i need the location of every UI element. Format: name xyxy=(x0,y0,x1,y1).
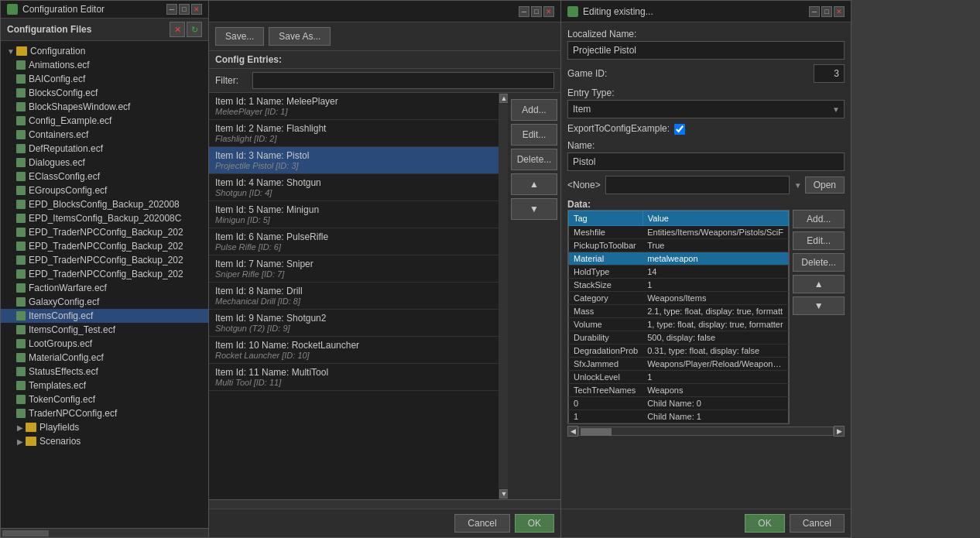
tree-folder-playfields[interactable]: ▶ Playfields xyxy=(1,420,208,434)
move-up-btn[interactable]: ▲ xyxy=(511,173,557,195)
name-label: Name: xyxy=(567,140,845,151)
name-input[interactable] xyxy=(567,152,845,171)
tree-root-configuration[interactable]: ▼ Configuration xyxy=(1,44,208,58)
tree-item-itemsconfig[interactable]: ItemsConfig.ecf xyxy=(1,309,208,323)
tree-item-epd-items[interactable]: EPD_ItemsConfig_Backup_202008C xyxy=(1,211,208,225)
tree-item-materialconfig[interactable]: MaterialConfig.ecf xyxy=(1,351,208,365)
localized-name-input[interactable] xyxy=(567,41,845,60)
entry-item-11[interactable]: Item Id: 11 Name: MultiTool Multi Tool [… xyxy=(209,364,499,391)
edit-maximize-btn[interactable]: □ xyxy=(821,6,832,17)
entry-item-1[interactable]: Item Id: 1 Name: MeleePlayer MeleePlayer… xyxy=(209,93,499,120)
data-row-stacksize[interactable]: StackSize 1 xyxy=(569,279,789,292)
entry-item-10[interactable]: Item Id: 10 Name: RocketLauncher Rocket … xyxy=(209,337,499,364)
h-scrollbar[interactable] xyxy=(578,427,834,436)
data-label: Data: xyxy=(567,199,845,210)
data-row-child1[interactable]: 1 Child Name: 1 xyxy=(569,410,789,423)
file-tree[interactable]: ▼ Configuration Animations.ecf BAIConfig… xyxy=(1,41,208,528)
tree-folder-scenarios[interactable]: ▶ Scenarios xyxy=(1,434,208,448)
tree-item-containers[interactable]: Containers.ecf xyxy=(1,128,208,142)
close-btn[interactable]: ✕ xyxy=(191,4,202,15)
entry-item-6[interactable]: Item Id: 6 Name: PulseRifle Pulse Rifle … xyxy=(209,228,499,255)
export-checkbox[interactable] xyxy=(674,124,685,135)
data-row-techtreenames[interactable]: TechTreeNames Weapons xyxy=(569,384,789,397)
data-move-down-btn[interactable]: ▼ xyxy=(793,296,845,315)
tree-item-egroupsconfig[interactable]: EGroupsConfig.ecf xyxy=(1,183,208,197)
tree-item-baiconfig[interactable]: BAIConfig.ecf xyxy=(1,72,208,86)
data-row-volume[interactable]: Volume 1, type: float, display: true, fo… xyxy=(569,318,789,331)
entry-item-8[interactable]: Item Id: 8 Name: Drill Mechanical Drill … xyxy=(209,283,499,310)
entries-h-scrollbar[interactable] xyxy=(209,499,560,509)
data-row-mass[interactable]: Mass 2.1, type: float, display: true, fo… xyxy=(569,305,789,318)
delete-entry-btn[interactable]: Delete... xyxy=(511,149,557,170)
entry-type-dropdown[interactable]: Item Block Entity xyxy=(567,100,845,118)
data-row-child0[interactable]: 0 Child Name: 0 xyxy=(569,397,789,410)
tree-item-tradernpcconfig[interactable]: TraderNPCConfig.ecf xyxy=(1,406,208,420)
data-edit-btn[interactable]: Edit... xyxy=(793,231,845,250)
tree-item-lootgroups[interactable]: LootGroups.ecf xyxy=(1,337,208,351)
move-down-btn[interactable]: ▼ xyxy=(511,198,557,220)
edit-ok-btn[interactable]: OK xyxy=(745,514,784,533)
maximize-btn[interactable]: □ xyxy=(179,4,190,15)
data-row-unlocklevel[interactable]: UnlockLevel 1 xyxy=(569,371,789,384)
cancel-btn[interactable]: Cancel xyxy=(454,514,509,533)
tree-item-dialogues[interactable]: Dialogues.ecf xyxy=(1,156,208,170)
data-row-durability[interactable]: Durability 500, display: false xyxy=(569,331,789,344)
tree-item-statuseffects[interactable]: StatusEffects.ecf xyxy=(1,365,208,379)
entry-item-9[interactable]: Item Id: 9 Name: Shotgun2 Shotgun (T2) [… xyxy=(209,310,499,337)
none-input[interactable] xyxy=(605,176,790,194)
open-btn[interactable]: Open xyxy=(805,176,845,194)
tree-item-tokenconfig[interactable]: TokenConfig.ecf xyxy=(1,392,208,406)
tree-item-eclassconfig[interactable]: EClassConfig.ecf xyxy=(1,170,208,183)
save-as-button[interactable]: Save As... xyxy=(269,27,331,46)
data-row-material[interactable]: Material metalweapon xyxy=(569,252,789,266)
tree-item-blocksconfig[interactable]: BlocksConfig.ecf xyxy=(1,86,208,100)
tree-item-templates[interactable]: Templates.ecf xyxy=(1,379,208,392)
tree-item-factionwarfare[interactable]: FactionWarfare.ecf xyxy=(1,281,208,295)
data-actions: Add... Edit... Delete... ▲ ▼ xyxy=(793,210,845,424)
tree-item-defreputation[interactable]: DefReputation.ecf xyxy=(1,142,208,156)
edit-minimize-btn[interactable]: ─ xyxy=(809,6,820,17)
data-move-up-btn[interactable]: ▲ xyxy=(793,275,845,293)
entry-item-3[interactable]: Item Id: 3 Name: Pistol Projectile Pisto… xyxy=(209,147,499,174)
edit-entry-btn[interactable]: Edit... xyxy=(511,124,557,146)
filter-input[interactable] xyxy=(252,72,554,89)
tree-item-galaxyconfig[interactable]: GalaxyConfig.ecf xyxy=(1,295,208,309)
ok-btn[interactable]: OK xyxy=(515,514,554,533)
tree-item-epd-trader4[interactable]: EPD_TraderNPCConfig_Backup_202 xyxy=(1,267,208,281)
game-id-input[interactable] xyxy=(814,64,845,83)
data-row-degradation[interactable]: DegradationProb 0.31, type: float, displ… xyxy=(569,344,789,358)
tree-item-epd-trader3[interactable]: EPD_TraderNPCConfig_Backup_202 xyxy=(1,253,208,267)
entry-item-5[interactable]: Item Id: 5 Name: Minigun Minigun [ID: 5] xyxy=(209,201,499,228)
save-button[interactable]: Save... xyxy=(215,27,264,46)
h-scroll-right-btn[interactable]: ▶ xyxy=(834,426,845,437)
entry-item-4[interactable]: Item Id: 4 Name: Shotgun Shotgun [ID: 4] xyxy=(209,174,499,201)
edit-cancel-btn[interactable]: Cancel xyxy=(790,514,845,533)
main-close-btn[interactable]: ✕ xyxy=(543,6,554,17)
data-row-holdtype[interactable]: HoldType 14 xyxy=(569,266,789,279)
data-row-meshfile[interactable]: Meshfile Entities/Items/Weapons/Pistols/… xyxy=(569,226,789,239)
horizontal-scrollbar[interactable] xyxy=(1,528,208,537)
tree-item-animations[interactable]: Animations.ecf xyxy=(1,58,208,72)
data-delete-btn[interactable]: Delete... xyxy=(793,253,845,272)
main-maximize-btn[interactable]: □ xyxy=(531,6,542,17)
tree-item-epd-blocks[interactable]: EPD_BlocksConfig_Backup_202008 xyxy=(1,197,208,211)
data-add-btn[interactable]: Add... xyxy=(793,210,845,228)
tree-item-config-example[interactable]: Config_Example.ecf xyxy=(1,114,208,128)
entry-item-2[interactable]: Item Id: 2 Name: Flashlight Flashlight [… xyxy=(209,120,499,147)
tree-item-epd-trader1[interactable]: EPD_TraderNPCConfig_Backup_202 xyxy=(1,225,208,239)
refresh-config-btn[interactable]: ↻ xyxy=(187,22,202,37)
data-row-category[interactable]: Category Weapons/Items xyxy=(569,292,789,305)
add-entry-btn[interactable]: Add... xyxy=(511,99,557,121)
tree-item-blockshapes[interactable]: BlockShapesWindow.ecf xyxy=(1,100,208,114)
tree-item-itemsconfig-test[interactable]: ItemsConfig_Test.ecf xyxy=(1,323,208,337)
main-minimize-btn[interactable]: ─ xyxy=(519,6,529,17)
tree-item-epd-trader2[interactable]: EPD_TraderNPCConfig_Backup_202 xyxy=(1,239,208,253)
entries-list[interactable]: Item Id: 1 Name: MeleePlayer MeleePlayer… xyxy=(209,93,499,499)
entry-item-7[interactable]: Item Id: 7 Name: Sniper Sniper Rifle [ID… xyxy=(209,255,499,283)
data-row-pickup[interactable]: PickupToToolbar True xyxy=(569,239,789,252)
edit-close-btn[interactable]: ✕ xyxy=(834,6,845,17)
data-row-sfxjammed[interactable]: SfxJammed Weapons/Player/Reload/WeaponJa… xyxy=(569,358,789,371)
close-config-btn[interactable]: ✕ xyxy=(170,22,185,37)
minimize-btn[interactable]: ─ xyxy=(166,4,177,15)
h-scroll-left-btn[interactable]: ◀ xyxy=(567,426,578,437)
